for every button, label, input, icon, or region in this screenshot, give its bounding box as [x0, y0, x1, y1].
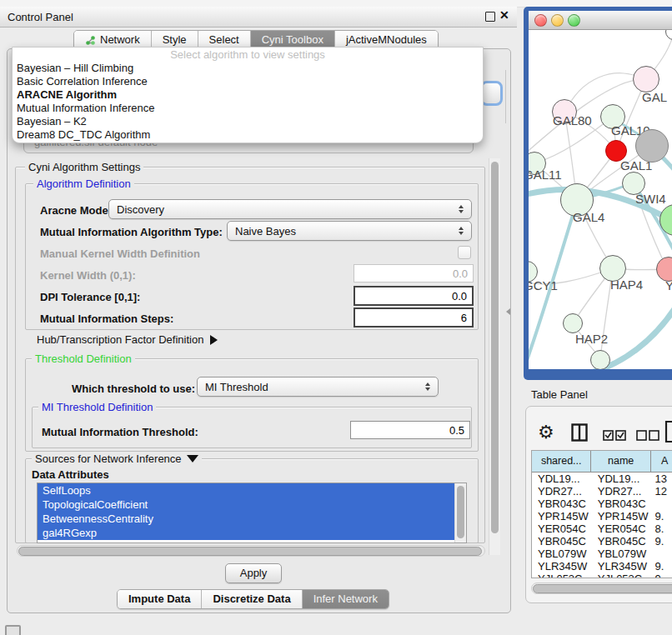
- mi-threshold-field[interactable]: [350, 421, 470, 439]
- checked-boxes-icon[interactable]: [603, 430, 626, 441]
- network-node[interactable]: [590, 350, 610, 369]
- table-row[interactable]: YBL079W YBL079W: [532, 548, 672, 560]
- table-hscrollbar-thumb[interactable]: [533, 584, 672, 593]
- tab-discretize-data[interactable]: Discretize Data: [202, 590, 302, 608]
- attribute-item[interactable]: TopologicalCoefficient: [38, 498, 455, 512]
- bottom-tabbar: Impute Data Discretize Data Infer Networ…: [117, 589, 389, 609]
- float-window-icon[interactable]: [485, 12, 495, 22]
- mi-steps-field[interactable]: [354, 308, 474, 328]
- attribute-item[interactable]: gal4RGexp: [38, 526, 455, 540]
- kernel-width-label: Kernel Width (0,1):: [40, 269, 136, 282]
- table-row[interactable]: YDL19... YDL19... 13: [532, 472, 672, 485]
- app-root: Control Panel ✕ Network Style Select Cyn…: [0, 0, 672, 635]
- algorithm-list: Bayesian – Hill ClimbingBasic Correlatio…: [13, 62, 483, 142]
- groupbox-edge: [505, 70, 506, 123]
- algorithm-option[interactable]: Mutual Information Inference: [13, 102, 483, 115]
- table-row[interactable]: YBR043C YBR043C: [532, 498, 672, 510]
- new-table-icon[interactable]: [664, 420, 672, 443]
- unchecked-boxes-icon[interactable]: [636, 430, 659, 441]
- tab-impute-data[interactable]: Impute Data: [118, 590, 202, 608]
- hub-definition-disclosure[interactable]: Hub/Transcription Factor Definition: [37, 333, 218, 346]
- which-threshold-combo[interactable]: MI Threshold: [197, 377, 439, 397]
- attribute-item[interactable]: BetweennessCentrality: [38, 512, 455, 526]
- column-header-partial[interactable]: A: [651, 451, 672, 472]
- settings-vscrollbar-thumb[interactable]: [491, 162, 499, 533]
- threshold-title: Threshold Definition: [32, 352, 135, 365]
- column-header-name[interactable]: name: [591, 451, 650, 472]
- dpi-tolerance-label: DPI Tolerance [0,1]:: [40, 291, 140, 303]
- sources-title[interactable]: Sources for Network Inference: [32, 452, 202, 465]
- table-row[interactable]: YPR145W YPR145W 9.: [532, 510, 672, 522]
- settings-hscrollbar-thumb[interactable]: [18, 547, 482, 556]
- algorithm-option[interactable]: Dream8 DC_TDC Algorithm: [13, 128, 483, 142]
- table-hscrollbar: [531, 582, 672, 594]
- network-node-label: GCY1: [529, 278, 558, 292]
- mi-type-combo[interactable]: Naive Bayes: [227, 221, 472, 241]
- apply-button[interactable]: Apply: [225, 563, 282, 583]
- minimize-traffic-light[interactable]: [551, 14, 564, 27]
- control-panel-titlebar: Control Panel ✕: [0, 7, 517, 28]
- aracne-mode-combo[interactable]: Discovery: [108, 199, 472, 219]
- network-node[interactable]: [633, 66, 659, 92]
- attribute-item[interactable]: SelfLoops: [38, 483, 455, 498]
- data-attributes-label: Data Attributes: [32, 468, 109, 481]
- network-node[interactable]: [563, 313, 583, 333]
- network-icon: [85, 35, 96, 46]
- network-node-label: GAL4: [573, 210, 604, 224]
- algorithm-option[interactable]: Bayesian – K2: [13, 115, 483, 128]
- zoom-traffic-light[interactable]: [568, 14, 580, 27]
- algorithm-definition-title: Algorithm Definition: [33, 178, 134, 190]
- algorithm-dropdown-popup: Select algorithm to view settings Bayesi…: [12, 47, 484, 143]
- network-node-label: SWI4: [635, 192, 666, 206]
- gear-icon[interactable]: ⚙: [538, 422, 554, 443]
- cyni-settings-title: Cyni Algorithm Settings: [25, 161, 143, 173]
- stepper-icon: [459, 205, 464, 213]
- algorithm-option[interactable]: Basic Correlation Inference: [13, 75, 483, 88]
- network-node-label: GAL: [642, 90, 667, 104]
- attributes-listbox: SelfLoopsTopologicalCoefficientBetweenne…: [37, 482, 467, 543]
- inference-algorithm-combo-fragment[interactable]: [480, 81, 503, 106]
- attributes-list: SelfLoopsTopologicalCoefficientBetweenne…: [38, 483, 466, 540]
- network-node-label: HAP4: [610, 278, 643, 292]
- columns-icon[interactable]: [571, 423, 588, 442]
- algorithm-option[interactable]: Bayesian – Hill Climbing: [13, 62, 483, 75]
- which-threshold-label: Which threshold to use:: [72, 382, 195, 395]
- attributes-vscrollbar-thumb[interactable]: [457, 486, 464, 538]
- network-canvas[interactable]: GALGAL80GAL10GAL1GAL11SWI4GAL4GCY1HAP4YH…: [529, 30, 672, 369]
- table-row[interactable]: YJL053C YJL053C 9: [532, 572, 672, 578]
- dpi-tolerance-field[interactable]: [354, 286, 474, 306]
- column-header-shared[interactable]: shared...: [532, 451, 591, 472]
- kernel-width-field[interactable]: [354, 264, 474, 282]
- table-panel: ⚙ shared... name A: [525, 406, 672, 603]
- attributes-vscrollbar: [454, 483, 466, 542]
- table-row[interactable]: YDR27... YDR27... 12: [532, 485, 672, 498]
- mi-threshold-title: MI Threshold Definition: [38, 401, 156, 413]
- close-traffic-light[interactable]: [534, 14, 547, 27]
- control-panel-title: Control Panel: [8, 11, 73, 23]
- table-row[interactable]: YLR345W YLR345W 9.: [532, 560, 672, 572]
- network-window: GALGAL80GAL10GAL1GAL11SWI4GAL4GCY1HAP4YH…: [524, 7, 672, 380]
- table-header: shared... name A: [532, 451, 672, 472]
- table-body: YDL19... YDL19... 13 YDR27... YDR27... 1…: [532, 472, 672, 578]
- algorithm-placeholder: Select algorithm to view settings: [13, 48, 483, 62]
- stepper-icon: [425, 382, 430, 391]
- network-node-label: GAL80: [553, 113, 592, 128]
- stepper-icon: [459, 227, 464, 235]
- manual-kernel-checkbox[interactable]: [458, 246, 471, 259]
- table-panel-title: Table Panel: [531, 388, 588, 401]
- close-icon[interactable]: ✕: [499, 8, 509, 22]
- network-node[interactable]: [635, 129, 669, 162]
- mi-type-label: Mutual Information Algorithm Type:: [40, 226, 223, 238]
- splitter-arrow-icon[interactable]: [506, 308, 510, 315]
- mi-threshold-label: Mutual Information Threshold:: [42, 426, 198, 438]
- minimized-panel-icon[interactable]: [5, 625, 21, 635]
- network-window-titlebar[interactable]: [529, 11, 672, 30]
- table-row[interactable]: YER054C YER054C 8.: [532, 522, 672, 535]
- table-row[interactable]: YBR045C YBR045C 9.: [532, 535, 672, 548]
- network-node-label: GAL11: [529, 168, 562, 182]
- algorithm-option[interactable]: ARACNE Algorithm: [13, 88, 483, 102]
- chevron-down-icon: [187, 455, 198, 462]
- chevron-right-icon: [210, 335, 218, 345]
- network-node-label: HAP2: [575, 332, 608, 346]
- tab-infer-network[interactable]: Infer Network: [303, 590, 389, 608]
